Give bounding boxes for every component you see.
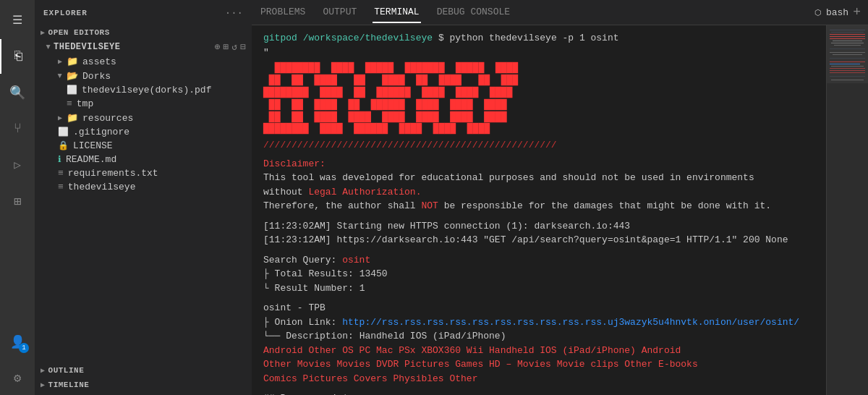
menu-icon[interactable]: ☰ xyxy=(0,3,35,38)
term-log1: [11:23:02AM] Starting new HTTPS connecti… xyxy=(263,219,856,234)
folder-arrow-resources: ▶ xyxy=(58,114,62,122)
bash-icon: ⬡ xyxy=(814,8,822,17)
file-item-requirements[interactable]: ≡ requirements.txt xyxy=(35,166,252,180)
file-item-pdf[interactable]: ⬜ thedevilseye(dorks).pdf xyxy=(35,83,252,97)
term-disclaimer-header: Disclaimer: xyxy=(263,157,856,171)
log2-text: [11:23:12AM] https://darksearch.io:443 "… xyxy=(263,234,788,245)
source-control-icon[interactable]: ⑂ xyxy=(0,111,35,146)
term-tags2: Other Movies Movies DVDR Pictures Games … xyxy=(263,357,856,372)
terminal-content[interactable]: gitpod /workspace/thedevilseye $ python … xyxy=(252,25,868,395)
project-name: THEDEVILSEYE xyxy=(54,42,120,52)
term-slashes: ////////////////////////////////////////… xyxy=(263,138,856,153)
label-readme: README.md xyxy=(66,154,116,165)
desc-value: Handheld IOS (iPad/iPhone) xyxy=(359,331,506,341)
settings-icon[interactable]: ⚙ xyxy=(0,360,35,395)
tab-output[interactable]: OUTPUT xyxy=(321,2,358,23)
label-gitignore: .gitignore xyxy=(73,127,129,137)
term-browse: ## Browse osint xyxy=(263,391,856,395)
label-resources: resources xyxy=(82,113,133,124)
file-item-tmp[interactable]: ≡ tmp xyxy=(35,97,252,111)
term-search-query: Search Query: osint xyxy=(263,253,856,268)
outline-section[interactable]: ▶ OUTLINE xyxy=(35,363,252,378)
new-folder-icon[interactable]: ⊞ xyxy=(224,41,229,53)
disclaimer-label: Disclaimer: xyxy=(263,158,326,169)
tab-problems[interactable]: PROBLEMS xyxy=(259,2,307,23)
timeline-section[interactable]: ▶ TIMELINE xyxy=(35,378,252,392)
explorer-icon[interactable]: ⎗ xyxy=(0,39,35,74)
label-assets: assets xyxy=(82,56,116,67)
term-line2: without Legal Authorization. xyxy=(263,185,856,200)
new-file-icon[interactable]: ⊕ xyxy=(215,41,221,53)
line2-link: Legal Authorization. xyxy=(308,187,421,198)
term-onion-link: ├ Onion Link: http://rss.rss.rss.rss.rss… xyxy=(263,315,856,330)
file-item-dorks[interactable]: ▶ 📂 Dorks xyxy=(35,69,252,83)
term-quote: " xyxy=(263,47,269,58)
tab-terminal[interactable]: TERMINAL xyxy=(373,2,420,23)
term-result-title: osint - TPB xyxy=(263,301,856,315)
folder-icon-resources: 📁 xyxy=(67,112,78,124)
term-logo: ████████ ████ █████ ███████ █████ ████ █… xyxy=(263,62,856,135)
activity-bar: ☰ ⎗ 🔍 ⑂ ▷ ⊞ 👤 ⚙ xyxy=(0,0,35,395)
total-results-value: 13450 xyxy=(359,268,388,279)
project-action-icons: ⊕ ⊞ ↺ ⊟ xyxy=(215,41,246,53)
label-license: LICENSE xyxy=(73,140,113,151)
file-item-thedevilseye[interactable]: ≡ thedevilseye xyxy=(35,180,252,194)
term-prompt-dir: /workspace/thedevilseye xyxy=(303,33,433,43)
open-editors-label: OPEN Editors xyxy=(48,28,110,37)
line3-after: be responsible for the damages that migh… xyxy=(438,200,771,211)
pipe-1: ├ Total Results: xyxy=(263,268,359,279)
bash-indicator: ⬡ bash + xyxy=(814,5,861,20)
folder-arrow-assets: ▶ xyxy=(58,57,62,66)
term-description: └── Description: Handheld IOS (iPad/iPho… xyxy=(263,329,856,344)
run-icon[interactable]: ▷ xyxy=(0,148,35,182)
search-query-value: osint xyxy=(342,255,370,266)
file-item-license[interactable]: 🔒 LICENSE xyxy=(35,139,252,153)
account-icon[interactable]: 👤 xyxy=(0,324,35,359)
folder-icon-assets: 📁 xyxy=(67,56,78,67)
label-dorks: Dorks xyxy=(82,71,111,82)
text-icon-req: ≡ xyxy=(58,168,64,179)
file-item-resources[interactable]: ▶ 📁 resources xyxy=(35,111,252,125)
open-editors-section[interactable]: ▶ OPEN Editors xyxy=(35,25,252,40)
term-line1: This tool was developed for educational … xyxy=(263,171,856,185)
term-tags3: Comics Pictures Covers Physibles Other xyxy=(263,372,856,386)
pipe-2: └ Result Number: xyxy=(263,283,359,294)
git-icon: ⬜ xyxy=(58,127,69,137)
file-item-readme[interactable]: ℹ README.md xyxy=(35,153,252,166)
line1-text: This tool was developed for educational … xyxy=(263,172,754,183)
new-terminal-button[interactable]: + xyxy=(853,5,861,20)
line3-before: Therefore, the author shall xyxy=(263,200,421,211)
search-query-label: Search Query: xyxy=(263,255,342,266)
collapse-icon[interactable]: ⊟ xyxy=(240,41,246,53)
log1-text: [11:23:02AM] Starting new HTTPS connecti… xyxy=(263,221,630,232)
outline-label: OUTLINE xyxy=(48,366,85,375)
refresh-icon[interactable]: ↺ xyxy=(231,41,237,53)
tab-debug-console[interactable]: DEBUG CONSOLE xyxy=(435,2,511,23)
project-section-header[interactable]: ▶ THEDEVILSEYE ⊕ ⊞ ↺ ⊟ xyxy=(35,40,252,54)
sidebar-bottom: ▶ OUTLINE ▶ TIMELINE xyxy=(35,354,252,395)
bash-label: bash xyxy=(826,7,848,18)
folder-icon-dorks: 📂 xyxy=(67,70,78,82)
label-requirements: requirements.txt xyxy=(68,168,158,179)
sidebar-header: EXPLORER ··· xyxy=(35,0,252,25)
terminal-prompt-line: gitpod /workspace/thedevilseye $ python … xyxy=(263,31,856,46)
lock-icon: 🔒 xyxy=(58,140,69,151)
label-tmp: tmp xyxy=(77,98,93,109)
term-result-number: └ Result Number: 1 xyxy=(263,281,856,296)
search-icon[interactable]: 🔍 xyxy=(0,75,35,110)
pipe-desc: └── Description: xyxy=(263,331,359,341)
onion-url[interactable]: http://rss.rss.rss.rss.rss.rss.rss.rss.r… xyxy=(342,317,799,328)
file-tree: ▶ 📁 assets ▶ 📂 Dorks ⬜ thedevilseye(dork… xyxy=(35,54,252,194)
explorer-title: EXPLORER xyxy=(43,9,88,17)
term-line3: Therefore, the author shall NOT be respo… xyxy=(263,199,856,213)
project-arrow: ▶ xyxy=(44,45,53,49)
extensions-icon[interactable]: ⊞ xyxy=(0,184,35,218)
text-icon-tmp: ≡ xyxy=(67,98,72,109)
text-icon-main: ≡ xyxy=(58,182,64,192)
term-prompt-cmd: $ python thedevilseye -p 1 osint xyxy=(438,33,619,43)
term-log2: [11:23:12AM] https://darksearch.io:443 "… xyxy=(263,233,856,247)
tags-line3: Comics Pictures Covers Physibles Other xyxy=(263,373,477,384)
sidebar-action-dots[interactable]: ··· xyxy=(225,7,243,19)
file-item-assets[interactable]: ▶ 📁 assets xyxy=(35,54,252,69)
file-item-gitignore[interactable]: ⬜ .gitignore xyxy=(35,125,252,139)
